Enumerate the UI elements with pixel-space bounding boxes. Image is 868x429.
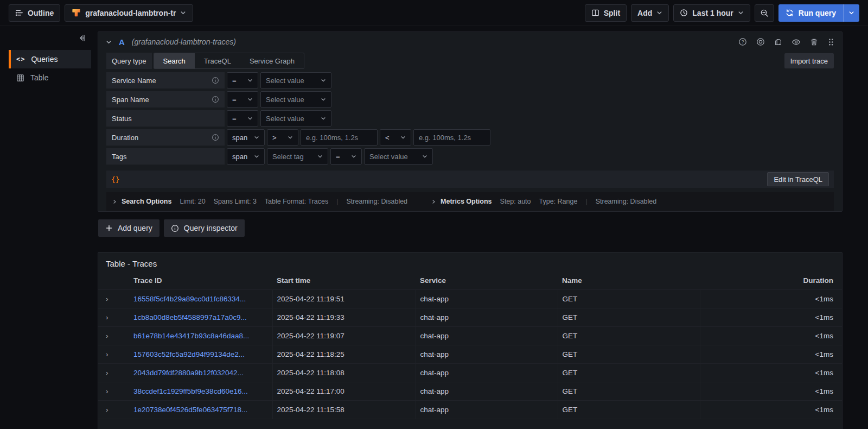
query-editor-panel: A (grafanacloud-lambtron-traces) ? <box>98 31 843 212</box>
add-query-button[interactable]: Add query <box>98 219 159 237</box>
clock-icon <box>680 9 688 17</box>
duration-gt-select[interactable]: > <box>267 129 298 146</box>
drag-handle-icon[interactable] <box>827 38 834 46</box>
disable-query-icon[interactable] <box>756 37 765 46</box>
start-time-cell: 2025-04-22 11:18:25 <box>272 345 416 364</box>
start-time-cell: 2025-04-22 11:19:51 <box>272 290 416 308</box>
name-cell: GET <box>558 382 700 401</box>
duration-scope-select[interactable]: span <box>227 129 265 146</box>
metrics-option-step: Step: auto <box>500 198 531 205</box>
query-actions-row: Add query Query inspector <box>98 219 245 237</box>
row-expander[interactable]: › <box>98 327 129 345</box>
run-query-label: Run query <box>799 9 836 17</box>
field-row-service-name: Service Name = Select value <box>106 72 834 89</box>
row-expander[interactable]: › <box>98 382 129 401</box>
collapse-sidebar-icon[interactable] <box>75 31 88 45</box>
run-query-main[interactable]: Run query <box>778 4 843 22</box>
duration-min-input[interactable] <box>306 134 372 142</box>
import-trace-button[interactable]: Import trace <box>784 53 834 68</box>
chevron-down-icon <box>317 154 323 159</box>
tags-label: Tags <box>106 148 225 165</box>
datasource-name: grafanacloud-lambtron-tr <box>85 9 176 17</box>
duplicate-query-icon[interactable] <box>774 38 782 46</box>
column-header-trace-id[interactable]: Trace ID <box>129 272 272 290</box>
query-inspector-button[interactable]: Query inspector <box>164 219 245 237</box>
help-icon[interactable]: ? <box>738 37 747 46</box>
trace-id-link[interactable]: 38ccdef1c1929ff5bf9e38cd60e16... <box>133 387 248 395</box>
column-header-name[interactable]: Name <box>558 272 700 290</box>
metrics-option-type: Type: Range <box>539 198 578 205</box>
metrics-option-streaming: Streaming: Disabled <box>596 198 657 205</box>
row-expander[interactable]: › <box>98 345 129 364</box>
traceql-preview: {} <box>111 175 120 184</box>
time-range-picker[interactable]: Last 1 hour <box>673 4 750 22</box>
field-row-tags: Tags span Select tag = Select value <box>106 148 834 165</box>
column-header-service[interactable]: Service <box>416 272 558 290</box>
column-header-start-time[interactable]: Start time <box>272 272 416 290</box>
row-expander[interactable]: › <box>98 364 129 382</box>
trash-icon[interactable] <box>810 38 818 46</box>
info-icon <box>212 96 219 103</box>
sidebar-item-table[interactable]: Table <box>9 68 91 87</box>
query-ref-id[interactable]: A <box>119 37 125 47</box>
info-icon <box>212 134 219 141</box>
tags-tag-select[interactable]: Select tag <box>267 148 328 165</box>
name-cell: GET <box>558 345 700 364</box>
search-options-toggle[interactable]: Search Options <box>112 198 171 205</box>
tags-scope-select[interactable]: span <box>227 148 265 165</box>
collapse-query-icon[interactable] <box>106 39 112 45</box>
split-button[interactable]: Split <box>585 4 627 22</box>
edit-in-traceql-button[interactable]: Edit in TraceQL <box>767 172 829 186</box>
trace-id-link[interactable]: 16558f5cf4b29a89cc0d1fc86334... <box>133 295 246 303</box>
explore-toolbar: Outline grafanacloud-lambtron-tr Split A… <box>0 0 868 26</box>
query-options-bar: Search Options Limit: 20 Spans Limit: 3 … <box>106 192 834 211</box>
tab-traceql[interactable]: TraceQL <box>195 53 240 68</box>
trace-id-link[interactable]: 157603c52fc5a92d94f99134de2... <box>133 350 245 358</box>
metrics-options-toggle[interactable]: Metrics Options <box>431 198 492 205</box>
duration-lt-select[interactable]: < <box>380 129 411 146</box>
add-label: Add <box>637 9 652 17</box>
add-button[interactable]: Add <box>631 4 669 22</box>
name-cell: GET <box>558 327 700 345</box>
eye-icon[interactable] <box>792 37 801 47</box>
outline-button[interactable]: Outline <box>9 4 60 22</box>
duration-max-input[interactable] <box>419 134 485 142</box>
tags-operator-select[interactable]: = <box>330 148 362 165</box>
start-time-cell: 2025-04-22 11:19:33 <box>272 308 416 327</box>
status-value-select[interactable]: Select value <box>260 110 331 127</box>
chevron-down-icon <box>351 154 356 159</box>
tab-search[interactable]: Search <box>154 53 195 68</box>
duration-cell: <1ms <box>700 345 842 364</box>
datasource-picker[interactable]: grafanacloud-lambtron-tr <box>65 4 193 22</box>
service-name-operator-select[interactable]: = <box>227 72 258 89</box>
column-header-duration[interactable]: Duration <box>700 272 842 290</box>
outline-label: Outline <box>28 9 54 17</box>
tags-value-select[interactable]: Select value <box>364 148 433 165</box>
info-icon <box>212 77 219 84</box>
status-label: Status <box>106 110 225 127</box>
start-time-cell: 2025-04-22 11:19:07 <box>272 327 416 345</box>
run-query-button[interactable]: Run query <box>778 4 859 22</box>
status-operator-select[interactable]: = <box>227 110 258 127</box>
run-query-dropdown[interactable] <box>843 4 859 22</box>
trace-id-link[interactable]: 2043dd79fdf2880a9b12f032042... <box>133 369 244 377</box>
span-name-value-select[interactable]: Select value <box>260 91 331 108</box>
span-name-operator-select[interactable]: = <box>227 91 258 108</box>
chevron-down-icon <box>422 154 427 159</box>
trace-id-link[interactable]: 1cb8a00d8eb5f4588997a17a0c9... <box>133 313 247 321</box>
name-cell: GET <box>558 401 700 419</box>
options-divider: | <box>336 198 338 205</box>
tab-service-graph[interactable]: Service Graph <box>240 53 304 68</box>
service-name-value-select[interactable]: Select value <box>260 72 331 89</box>
row-expander[interactable]: › <box>98 290 129 308</box>
sidebar-item-queries[interactable]: <> Queries <box>9 50 91 68</box>
svg-text:?: ? <box>742 39 744 45</box>
row-expander[interactable]: › <box>98 308 129 327</box>
zoom-out-button[interactable] <box>755 4 774 22</box>
row-expander[interactable]: › <box>98 401 129 419</box>
trace-id-link[interactable]: b61e78b14e43417b93c8a46daa8... <box>133 332 249 340</box>
split-icon <box>591 9 599 17</box>
trace-id-link[interactable]: 1e20738e0f4526d5fe063475f718... <box>133 406 247 414</box>
field-row-status: Status = Select value <box>106 110 834 127</box>
search-option-streaming: Streaming: Disabled <box>347 198 408 205</box>
